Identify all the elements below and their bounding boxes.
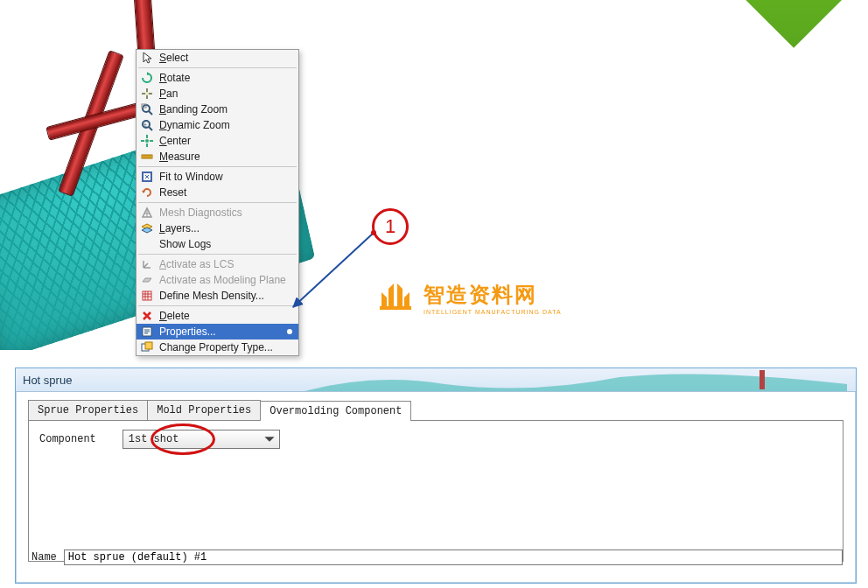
annotation-callout-1: 1 [372, 208, 409, 245]
logo-text: 智造资料网 [424, 281, 562, 309]
tab-pane: Component 1st shot [28, 421, 844, 562]
measure-icon [140, 150, 154, 164]
magband-icon [140, 102, 154, 116]
menu-item-select[interactable]: Select [136, 50, 298, 66]
menu-item-measure[interactable]: Measure [136, 149, 298, 164]
tab-label: Sprue Properties [38, 404, 138, 416]
cursor-icon [140, 51, 154, 65]
dialog-tabs: Sprue Properties Mold Properties Overmol… [28, 401, 844, 421]
svg-point-12 [287, 329, 292, 334]
tab-label: Overmolding Component [270, 405, 402, 417]
name-field[interactable] [64, 550, 843, 565]
menu-item-delete[interactable]: Delete [136, 308, 298, 324]
meshdiag-icon [140, 206, 154, 220]
density-icon [140, 289, 154, 303]
page-corner-triangle [719, 0, 868, 48]
menu-item-mesh-diagnostics: Mesh Diagnostics [136, 205, 298, 220]
svg-rect-14 [145, 342, 152, 349]
menu-item-label: Change Property Type... [159, 341, 293, 354]
watermark-logo: 智造资料网 INTELLIGENT MANUFACTURING DATA [376, 280, 562, 315]
name-label: Name [32, 551, 57, 564]
tab-sprue-properties[interactable]: Sprue Properties [28, 400, 148, 420]
blank-icon [140, 237, 154, 251]
menu-item-change-property-type[interactable]: Change Property Type... [136, 340, 298, 355]
menu-item-activate-as-lcs: Activate as LCS [136, 256, 298, 272]
component-label: Component [39, 433, 96, 445]
rotate-icon [140, 71, 154, 85]
menu-item-label: Dynamic Zoom [159, 119, 293, 131]
svg-point-7 [145, 139, 149, 143]
sprue-geometry [133, 0, 155, 57]
menu-item-label: Mesh Diagnostics [159, 206, 293, 219]
tab-overmolding-component[interactable]: Overmolding Component [260, 401, 411, 421]
svg-text:±: ± [144, 122, 147, 128]
delete-icon [140, 309, 154, 323]
menu-item-label: Reset [159, 186, 293, 199]
tab-mold-properties[interactable]: Mold Properties [147, 400, 261, 420]
menu-item-label: Define Mesh Density... [159, 290, 293, 302]
magdyn-icon: ± [140, 118, 154, 132]
annotation-number: 1 [385, 215, 396, 238]
menu-item-label: Properties... [159, 326, 281, 338]
menu-item-reset[interactable]: Reset [136, 185, 298, 200]
chevron-down-icon [263, 433, 276, 445]
menu-item-define-mesh-density[interactable]: Define Mesh Density... [136, 288, 298, 304]
propchg-icon [140, 340, 154, 354]
menu-item-properties[interactable]: Properties... [136, 324, 298, 340]
menu-item-fit-to-window[interactable]: Fit to Window [136, 169, 298, 185]
svg-rect-15 [380, 306, 411, 310]
logo-subtext: INTELLIGENT MANUFACTURING DATA [424, 309, 562, 315]
menu-item-label: Activate as LCS [159, 258, 293, 270]
svg-rect-19 [760, 370, 765, 389]
menu-item-label: Banding Zoom [159, 103, 293, 116]
props-icon [140, 325, 154, 339]
menu-item-label: Rotate [159, 72, 293, 84]
menu-item-label: Fit to Window [159, 171, 293, 183]
center-icon [140, 134, 154, 148]
menu-item-label: Delete [159, 310, 293, 322]
menu-item-center[interactable]: Center [136, 133, 298, 149]
dialog-titlebar[interactable]: Hot sprue [16, 368, 856, 392]
menu-item-label: Show Logs [159, 238, 293, 250]
menu-item-banding-zoom[interactable]: Banding Zoom [136, 102, 298, 117]
menu-item-show-logs[interactable]: Show Logs [136, 236, 298, 252]
svg-line-2 [149, 111, 152, 115]
svg-line-5 [149, 127, 152, 130]
menu-item-label: Center [159, 135, 293, 147]
titlebar-art [304, 368, 847, 391]
menu-item-label: Select [159, 52, 293, 64]
plane-icon [140, 273, 154, 287]
selection-dot-icon [286, 326, 293, 338]
menu-item-label: Layers... [159, 222, 293, 234]
menu-item-layers[interactable]: Layers... [136, 220, 298, 236]
menu-item-label: Pan [159, 88, 293, 100]
menu-item-dynamic-zoom[interactable]: ±Dynamic Zoom [136, 117, 298, 133]
menu-item-pan[interactable]: Pan [136, 86, 298, 102]
reset-icon [140, 186, 154, 200]
logo-icon [376, 280, 415, 315]
layers-icon [140, 221, 154, 235]
fit-icon [140, 170, 154, 184]
svg-rect-10 [143, 291, 151, 300]
menu-item-label: Activate as Modeling Plane [159, 274, 293, 286]
menu-item-activate-as-modeling-plane: Activate as Modeling Plane [136, 272, 298, 288]
dialog-title: Hot sprue [23, 374, 72, 387]
tab-label: Mold Properties [157, 404, 251, 416]
annotation-highlight [150, 424, 215, 455]
menu-item-rotate[interactable]: Rotate [136, 70, 298, 86]
pan-icon [140, 87, 154, 101]
svg-point-0 [145, 92, 149, 95]
lcs-icon [140, 257, 154, 271]
context-menu: SelectRotatePanBanding Zoom±Dynamic Zoom… [136, 49, 299, 356]
properties-dialog: Hot sprue Sprue Properties Mold Properti… [15, 368, 857, 584]
menu-item-label: Measure [159, 150, 293, 163]
